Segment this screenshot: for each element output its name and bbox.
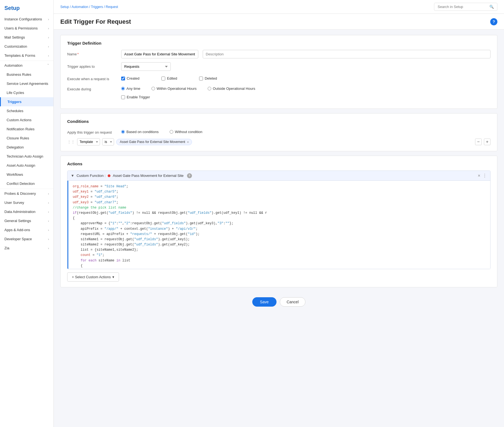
action-collapse-icon[interactable]: ▼ bbox=[71, 174, 74, 178]
action-menu-icon[interactable]: ⋮ bbox=[483, 173, 487, 178]
search-input[interactable] bbox=[438, 5, 487, 9]
sidebar-item-probes-discovery[interactable]: Probes & Discovery › bbox=[0, 189, 53, 198]
search-bar: 🔍 bbox=[434, 3, 497, 11]
sidebar-item-label: Triggers bbox=[7, 100, 21, 104]
select-custom-actions-button[interactable]: + Select Custom Actions ▾ bbox=[67, 272, 119, 282]
function-help-icon[interactable]: ? bbox=[187, 173, 192, 178]
sidebar-item-label: Automation bbox=[4, 63, 23, 67]
sidebar-item-instance-config[interactable]: Instance Configurations › bbox=[0, 15, 53, 24]
sidebar-item-label: Instance Configurations bbox=[4, 17, 42, 21]
chevron-right-icon: › bbox=[48, 36, 49, 39]
condition-field-select[interactable]: Template bbox=[77, 138, 100, 145]
sidebar-item-schedules[interactable]: Schedules bbox=[0, 106, 53, 115]
sidebar-item-label: Workflows bbox=[7, 172, 23, 177]
execute-when-label: Execute when a request is bbox=[67, 75, 117, 81]
select-custom-actions-chevron: ▾ bbox=[112, 275, 114, 279]
condition-plus-button[interactable]: + bbox=[484, 139, 491, 145]
description-input[interactable] bbox=[203, 50, 491, 58]
without-cond-radio-input[interactable] bbox=[170, 130, 173, 134]
sidebar-item-data-administration[interactable]: Data Administration › bbox=[0, 207, 53, 216]
within-op-radio[interactable]: Within Operational Hours bbox=[151, 87, 197, 91]
actions-title: Actions bbox=[67, 161, 491, 166]
breadcrumb-triggers[interactable]: Triggers bbox=[91, 5, 103, 9]
breadcrumb: Setup / Automation / Triggers / Request bbox=[60, 5, 118, 9]
drag-handle-icon[interactable]: ⋮⋮ bbox=[67, 140, 75, 144]
condition-operator-select[interactable]: is bbox=[102, 138, 114, 145]
action-close-icon[interactable]: × bbox=[478, 173, 480, 178]
sidebar-item-apps-addons[interactable]: Apps & Add-ons › bbox=[0, 225, 53, 234]
any-time-radio[interactable]: Any time bbox=[121, 87, 140, 91]
trigger-applies-select[interactable]: Requests bbox=[121, 62, 171, 71]
based-on-conditions-radio[interactable]: Based on conditions bbox=[121, 130, 159, 134]
sidebar-item-label: Conflict Detection bbox=[7, 182, 35, 186]
sidebar-item-delegation[interactable]: Delegation bbox=[0, 143, 53, 152]
function-name: Asset Gate Pass Movement for External Si… bbox=[113, 174, 183, 178]
sidebar-item-users-permissions[interactable]: Users & Permissions › bbox=[0, 24, 53, 33]
chevron-right-icon: › bbox=[48, 247, 49, 250]
code-area: org_role_name = "Site Head"; udf_key1 = … bbox=[67, 181, 490, 269]
chevron-right-icon: › bbox=[48, 54, 49, 57]
sidebar-item-developer-space[interactable]: Developer Space › bbox=[0, 234, 53, 244]
sidebar-item-customization[interactable]: Customization › bbox=[0, 42, 53, 51]
sidebar-item-closure-rules[interactable]: Closure Rules bbox=[0, 134, 53, 143]
based-on-radio-input[interactable] bbox=[121, 130, 125, 134]
search-icon[interactable]: 🔍 bbox=[489, 5, 494, 9]
sidebar-item-mail-settings[interactable]: Mail Settings › bbox=[0, 33, 53, 42]
chevron-down-icon: ˅ bbox=[47, 64, 49, 67]
within-op-radio-input[interactable] bbox=[151, 87, 155, 90]
edited-check-input[interactable] bbox=[161, 77, 165, 80]
sidebar-item-triggers[interactable]: Triggers bbox=[0, 97, 53, 106]
sidebar-item-technician-auto-assign[interactable]: Technician Auto Assign bbox=[0, 152, 53, 161]
condition-minus-button[interactable]: − bbox=[475, 139, 482, 145]
topbar: Setup / Automation / Triggers / Request … bbox=[54, 0, 504, 14]
cancel-button[interactable]: Cancel bbox=[280, 297, 306, 307]
select-custom-actions-label: + Select Custom Actions bbox=[72, 275, 111, 279]
breadcrumb-automation[interactable]: Automation bbox=[72, 5, 88, 9]
help-button[interactable]: ? bbox=[490, 18, 497, 25]
execute-when-group: Created Edited Deleted bbox=[121, 75, 217, 80]
condition-value-remove[interactable]: × bbox=[187, 140, 189, 144]
execute-during-label: Execute during bbox=[67, 85, 117, 91]
sidebar-item-label: Customization bbox=[4, 44, 27, 48]
deleted-check-input[interactable] bbox=[199, 77, 203, 80]
sidebar-item-templates-forms[interactable]: Templates & Forms › bbox=[0, 51, 53, 60]
created-check-input[interactable] bbox=[121, 77, 125, 80]
sidebar-item-custom-actions[interactable]: Custom Actions bbox=[0, 115, 53, 125]
sidebar-item-label: Templates & Forms bbox=[4, 53, 35, 58]
sidebar-item-business-rules[interactable]: Business Rules bbox=[0, 70, 53, 79]
edited-checkbox[interactable]: Edited bbox=[161, 76, 177, 80]
sidebar-item-workflows[interactable]: Workflows bbox=[0, 170, 53, 179]
code-line-1: org_role_name = "Site Head"; bbox=[73, 184, 486, 189]
any-time-radio-input[interactable] bbox=[121, 87, 125, 90]
sidebar-item-label: Notification Rules bbox=[7, 127, 34, 131]
trigger-definition-card: Trigger Definition Name* Trigger applies… bbox=[60, 35, 497, 109]
enable-trigger-checkbox[interactable]: Enable Trigger bbox=[121, 95, 150, 99]
sidebar-item-notification-rules[interactable]: Notification Rules bbox=[0, 125, 53, 134]
created-checkbox[interactable]: Created bbox=[121, 76, 139, 80]
execute-during-row: Execute during Any time Within Operation… bbox=[67, 85, 491, 91]
sidebar-item-asset-auto-assign[interactable]: Asset Auto Assign bbox=[0, 161, 53, 170]
red-dot-icon bbox=[108, 174, 110, 177]
action-header: ▼ Custom Function : Asset Gate Pass Move… bbox=[67, 171, 490, 181]
content-area: Trigger Definition Name* Trigger applies… bbox=[54, 29, 504, 318]
sidebar-item-user-survey[interactable]: User Survey › bbox=[0, 198, 53, 207]
code-line-6: if(requestObj.get("udf_fields") != null … bbox=[73, 210, 486, 216]
sidebar-item-life-cycles[interactable]: Life Cycles bbox=[0, 88, 53, 97]
apply-trigger-label: Apply this trigger on request bbox=[67, 128, 117, 134]
sidebar-item-general-settings[interactable]: General Settings › bbox=[0, 216, 53, 225]
without-condition-radio[interactable]: Without condition bbox=[170, 130, 202, 134]
code-line-10: requestURL = apiPrefix + "requests/" + r… bbox=[73, 232, 486, 237]
sidebar-item-sla[interactable]: Service Level Agreements bbox=[0, 79, 53, 88]
outside-op-radio-input[interactable] bbox=[208, 87, 211, 90]
breadcrumb-setup[interactable]: Setup bbox=[60, 5, 69, 9]
outside-op-radio[interactable]: Outside Operational Hours bbox=[208, 87, 255, 91]
sidebar-item-automation[interactable]: Automation ˅ bbox=[0, 61, 53, 70]
sidebar-item-zia[interactable]: Zia › bbox=[0, 244, 53, 253]
sidebar-title: Setup bbox=[0, 0, 53, 15]
enable-trigger-input[interactable] bbox=[121, 95, 125, 99]
name-input[interactable] bbox=[121, 50, 198, 58]
save-button[interactable]: Save bbox=[252, 297, 277, 307]
deleted-checkbox[interactable]: Deleted bbox=[199, 76, 217, 80]
sidebar-item-conflict-detection[interactable]: Conflict Detection bbox=[0, 179, 53, 188]
trigger-applies-label: Trigger applies to bbox=[67, 62, 117, 69]
